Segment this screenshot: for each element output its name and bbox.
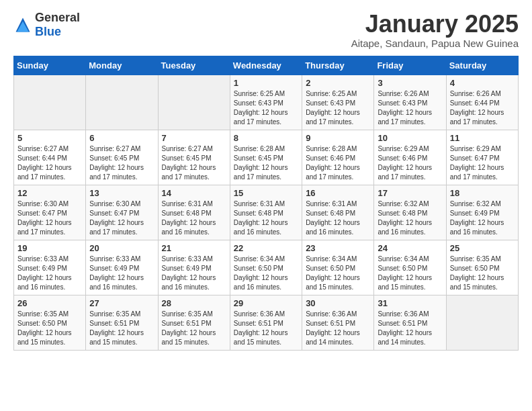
day-number: 29 — [234, 298, 298, 308]
day-info: Sunrise: 6:28 AM Sunset: 6:46 PM Dayligh… — [306, 144, 370, 182]
table-row: 28Sunrise: 6:35 AM Sunset: 6:51 PM Dayli… — [158, 295, 230, 350]
table-row: 12Sunrise: 6:30 AM Sunset: 6:47 PM Dayli… — [14, 185, 86, 240]
header-thursday: Thursday — [302, 56, 374, 75]
table-row: 23Sunrise: 6:34 AM Sunset: 6:50 PM Dayli… — [302, 240, 374, 295]
day-number: 4 — [450, 78, 515, 88]
day-number: 24 — [378, 243, 442, 253]
week-row-4: 19Sunrise: 6:33 AM Sunset: 6:49 PM Dayli… — [14, 240, 519, 295]
header-sunday: Sunday — [14, 56, 86, 75]
table-row — [158, 75, 230, 130]
table-row: 26Sunrise: 6:35 AM Sunset: 6:50 PM Dayli… — [14, 295, 86, 350]
day-info: Sunrise: 6:25 AM Sunset: 6:43 PM Dayligh… — [306, 89, 370, 127]
calendar-table: Sunday Monday Tuesday Wednesday Thursday… — [13, 56, 519, 351]
day-number: 21 — [162, 243, 226, 253]
title-block: January 2025 Aitape, Sandaun, Papua New … — [351, 11, 519, 49]
day-info: Sunrise: 6:31 AM Sunset: 6:48 PM Dayligh… — [306, 199, 370, 237]
table-row: 17Sunrise: 6:32 AM Sunset: 6:48 PM Dayli… — [374, 185, 446, 240]
table-row: 11Sunrise: 6:29 AM Sunset: 6:47 PM Dayli… — [446, 130, 518, 185]
day-number: 25 — [450, 243, 515, 253]
table-row — [446, 295, 518, 350]
table-row: 18Sunrise: 6:32 AM Sunset: 6:49 PM Dayli… — [446, 185, 518, 240]
location-subtitle: Aitape, Sandaun, Papua New Guinea — [351, 38, 519, 49]
table-row: 21Sunrise: 6:33 AM Sunset: 6:49 PM Dayli… — [158, 240, 230, 295]
day-number: 17 — [378, 188, 442, 198]
day-number: 19 — [17, 243, 82, 253]
day-number: 12 — [17, 188, 82, 198]
day-number: 13 — [89, 188, 154, 198]
day-number: 18 — [450, 188, 515, 198]
header-monday: Monday — [86, 56, 158, 75]
table-row: 9Sunrise: 6:28 AM Sunset: 6:46 PM Daylig… — [302, 130, 374, 185]
day-info: Sunrise: 6:35 AM Sunset: 6:50 PM Dayligh… — [17, 310, 82, 347]
header-friday: Friday — [374, 56, 446, 75]
day-number: 27 — [89, 298, 154, 308]
logo-blue: Blue — [35, 25, 61, 38]
table-row: 8Sunrise: 6:28 AM Sunset: 6:45 PM Daylig… — [230, 130, 302, 185]
logo-icon — [13, 15, 32, 34]
table-row: 3Sunrise: 6:26 AM Sunset: 6:43 PM Daylig… — [374, 75, 446, 130]
day-number: 28 — [162, 298, 226, 308]
table-row: 24Sunrise: 6:34 AM Sunset: 6:50 PM Dayli… — [374, 240, 446, 295]
logo-general: General — [35, 11, 80, 24]
header: General Blue January 2025 Aitape, Sandau… — [13, 11, 519, 49]
table-row: 25Sunrise: 6:35 AM Sunset: 6:50 PM Dayli… — [446, 240, 518, 295]
table-row: 2Sunrise: 6:25 AM Sunset: 6:43 PM Daylig… — [302, 75, 374, 130]
day-info: Sunrise: 6:33 AM Sunset: 6:49 PM Dayligh… — [162, 255, 226, 292]
day-info: Sunrise: 6:34 AM Sunset: 6:50 PM Dayligh… — [378, 255, 442, 292]
day-info: Sunrise: 6:33 AM Sunset: 6:49 PM Dayligh… — [89, 255, 154, 292]
table-row: 19Sunrise: 6:33 AM Sunset: 6:49 PM Dayli… — [14, 240, 86, 295]
day-info: Sunrise: 6:35 AM Sunset: 6:51 PM Dayligh… — [162, 310, 226, 347]
table-row — [14, 75, 86, 130]
header-wednesday: Wednesday — [230, 56, 302, 75]
day-info: Sunrise: 6:27 AM Sunset: 6:45 PM Dayligh… — [162, 144, 226, 182]
day-number: 15 — [234, 188, 298, 198]
week-row-1: 1Sunrise: 6:25 AM Sunset: 6:43 PM Daylig… — [14, 75, 519, 130]
day-number: 6 — [89, 133, 154, 143]
day-info: Sunrise: 6:36 AM Sunset: 6:51 PM Dayligh… — [306, 310, 370, 347]
day-info: Sunrise: 6:35 AM Sunset: 6:51 PM Dayligh… — [89, 310, 154, 347]
table-row — [86, 75, 158, 130]
table-row: 1Sunrise: 6:25 AM Sunset: 6:43 PM Daylig… — [230, 75, 302, 130]
day-number: 23 — [306, 243, 370, 253]
day-info: Sunrise: 6:28 AM Sunset: 6:45 PM Dayligh… — [234, 144, 298, 182]
table-row: 4Sunrise: 6:26 AM Sunset: 6:44 PM Daylig… — [446, 75, 518, 130]
day-info: Sunrise: 6:31 AM Sunset: 6:48 PM Dayligh… — [162, 199, 226, 237]
day-number: 16 — [306, 188, 370, 198]
day-number: 3 — [378, 78, 442, 88]
table-row: 15Sunrise: 6:31 AM Sunset: 6:48 PM Dayli… — [230, 185, 302, 240]
table-row: 27Sunrise: 6:35 AM Sunset: 6:51 PM Dayli… — [86, 295, 158, 350]
day-info: Sunrise: 6:36 AM Sunset: 6:51 PM Dayligh… — [378, 310, 442, 347]
table-row: 30Sunrise: 6:36 AM Sunset: 6:51 PM Dayli… — [302, 295, 374, 350]
day-info: Sunrise: 6:34 AM Sunset: 6:50 PM Dayligh… — [234, 255, 298, 292]
logo: General Blue — [13, 11, 80, 39]
day-number: 1 — [234, 78, 298, 88]
day-number: 22 — [234, 243, 298, 253]
table-row: 10Sunrise: 6:29 AM Sunset: 6:46 PM Dayli… — [374, 130, 446, 185]
day-number: 30 — [306, 298, 370, 308]
day-info: Sunrise: 6:32 AM Sunset: 6:49 PM Dayligh… — [450, 199, 515, 237]
table-row: 6Sunrise: 6:27 AM Sunset: 6:45 PM Daylig… — [86, 130, 158, 185]
day-number: 26 — [17, 298, 82, 308]
week-row-3: 12Sunrise: 6:30 AM Sunset: 6:47 PM Dayli… — [14, 185, 519, 240]
table-row: 20Sunrise: 6:33 AM Sunset: 6:49 PM Dayli… — [86, 240, 158, 295]
page: General Blue January 2025 Aitape, Sandau… — [0, 0, 532, 361]
day-info: Sunrise: 6:29 AM Sunset: 6:46 PM Dayligh… — [378, 144, 442, 182]
table-row: 7Sunrise: 6:27 AM Sunset: 6:45 PM Daylig… — [158, 130, 230, 185]
table-row: 14Sunrise: 6:31 AM Sunset: 6:48 PM Dayli… — [158, 185, 230, 240]
day-number: 7 — [162, 133, 226, 143]
week-row-5: 26Sunrise: 6:35 AM Sunset: 6:50 PM Dayli… — [14, 295, 519, 350]
table-row: 22Sunrise: 6:34 AM Sunset: 6:50 PM Dayli… — [230, 240, 302, 295]
day-info: Sunrise: 6:27 AM Sunset: 6:45 PM Dayligh… — [89, 144, 154, 182]
day-info: Sunrise: 6:31 AM Sunset: 6:48 PM Dayligh… — [234, 199, 298, 237]
day-info: Sunrise: 6:35 AM Sunset: 6:50 PM Dayligh… — [450, 255, 515, 292]
header-saturday: Saturday — [446, 56, 518, 75]
day-info: Sunrise: 6:27 AM Sunset: 6:44 PM Dayligh… — [17, 144, 82, 182]
day-number: 11 — [450, 133, 515, 143]
day-number: 8 — [234, 133, 298, 143]
table-row: 16Sunrise: 6:31 AM Sunset: 6:48 PM Dayli… — [302, 185, 374, 240]
logo-text: General Blue — [35, 11, 80, 39]
day-number: 10 — [378, 133, 442, 143]
day-number: 5 — [17, 133, 82, 143]
day-info: Sunrise: 6:29 AM Sunset: 6:47 PM Dayligh… — [450, 144, 515, 182]
day-info: Sunrise: 6:26 AM Sunset: 6:43 PM Dayligh… — [378, 89, 442, 127]
